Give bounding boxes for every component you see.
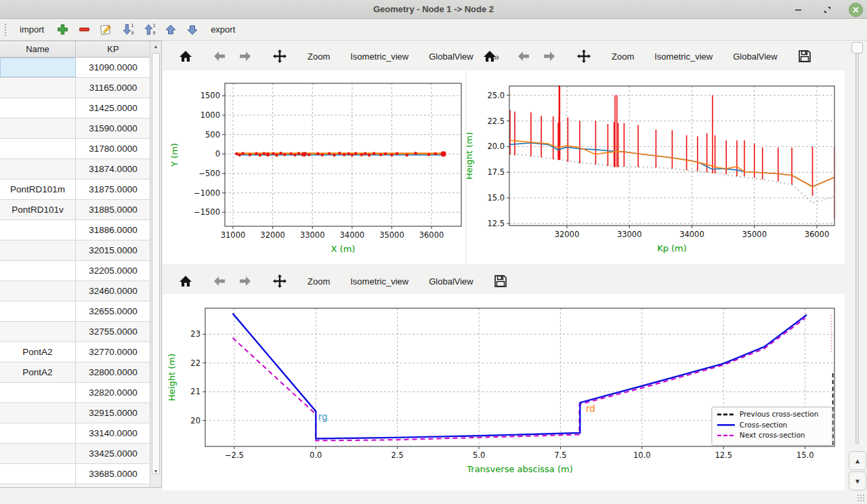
table-row[interactable]: 32460.0000 xyxy=(0,281,150,301)
cell-name[interactable] xyxy=(0,240,76,260)
home-button[interactable] xyxy=(478,47,502,65)
cell-kp[interactable]: 32770.0000 xyxy=(76,342,150,362)
pan-button[interactable] xyxy=(571,46,597,66)
table-header-name[interactable]: Name xyxy=(0,41,76,57)
cell-name[interactable]: PontRD101m xyxy=(0,180,76,199)
cell-kp[interactable]: 32800.0000 xyxy=(76,362,150,382)
table-row[interactable]: 33685.0000 xyxy=(0,464,150,484)
table-row[interactable] xyxy=(0,484,150,488)
table-scrollbar-thumb[interactable] xyxy=(152,53,160,474)
zoom-button[interactable]: Zoom xyxy=(302,274,335,289)
cell-name[interactable] xyxy=(0,220,76,240)
cell-kp[interactable]: 32015.0000 xyxy=(76,240,150,260)
table-scroll-up-icon[interactable]: ▲ xyxy=(150,41,161,51)
edit-button[interactable] xyxy=(98,22,113,37)
sort-descending-button[interactable]: 19 xyxy=(120,22,135,37)
cell-kp[interactable]: 31425.0000 xyxy=(76,98,150,118)
plan-view-figure[interactable]: 3100032000330003400035000360001500100050… xyxy=(163,70,465,264)
table-row[interactable]: 31874.0000 xyxy=(0,159,150,180)
right-scrollbar-track[interactable] xyxy=(855,42,859,444)
globalview-button[interactable]: GlobalView xyxy=(423,274,479,289)
table-row[interactable]: 32820.0000 xyxy=(0,383,150,403)
table-scroll-down-icon[interactable]: ▼ xyxy=(150,466,161,476)
cell-name[interactable] xyxy=(0,444,76,463)
table-row[interactable]: 32755.0000 xyxy=(0,322,150,342)
cell-name[interactable] xyxy=(0,139,76,159)
table-row[interactable]: PontRD101m31875.0000 xyxy=(0,180,150,200)
table-row[interactable]: 31090.0000 xyxy=(0,58,150,78)
isometric-view-button[interactable]: Isometric_view xyxy=(345,274,414,289)
cell-kp[interactable]: 33425.0000 xyxy=(76,444,150,463)
cell-kp[interactable]: 31090.0000 xyxy=(76,58,150,77)
table-row[interactable]: 32915.0000 xyxy=(0,403,150,423)
cell-name[interactable] xyxy=(0,281,76,301)
sort-ascending-button[interactable]: 19 xyxy=(142,22,156,37)
cell-kp[interactable]: 31874.0000 xyxy=(76,159,150,179)
cell-name[interactable] xyxy=(0,423,76,443)
cell-name[interactable]: PontRD101v xyxy=(0,200,76,219)
table-header-kp[interactable]: KP xyxy=(76,41,150,57)
import-button[interactable]: import xyxy=(16,22,48,37)
forward-button[interactable] xyxy=(537,48,562,64)
save-button[interactable] xyxy=(488,272,513,291)
cell-name[interactable] xyxy=(0,58,76,77)
cell-kp[interactable]: 32915.0000 xyxy=(76,403,150,423)
isometric-view-button[interactable]: Isometric_view xyxy=(345,49,414,64)
table-row[interactable]: 32205.0000 xyxy=(0,261,150,281)
cell-name[interactable] xyxy=(0,464,76,484)
globalview-button[interactable]: GlobalView xyxy=(727,49,783,64)
table-row[interactable]: 33140.0000 xyxy=(0,423,150,444)
cell-kp[interactable]: 32820.0000 xyxy=(76,383,150,402)
cell-name[interactable]: PontA2 xyxy=(0,362,76,382)
home-button[interactable] xyxy=(173,272,198,290)
table-row[interactable]: PontRD101v31885.0000 xyxy=(0,200,150,220)
pan-button[interactable] xyxy=(267,271,293,291)
profile-view-figure[interactable]: 320003300034000350003600025.022.520.017.… xyxy=(467,70,845,264)
cell-kp[interactable]: 31590.0000 xyxy=(76,119,150,138)
move-up-button[interactable] xyxy=(163,22,178,37)
zoom-button[interactable]: Zoom xyxy=(302,49,335,64)
cell-kp[interactable] xyxy=(76,484,150,488)
remove-button[interactable] xyxy=(77,22,91,37)
move-down-button[interactable] xyxy=(185,22,200,37)
cell-name[interactable] xyxy=(0,403,76,423)
cell-kp[interactable]: 32460.0000 xyxy=(76,281,150,301)
table-scrollbar[interactable]: ▲ ▼ xyxy=(150,41,161,487)
cell-name[interactable] xyxy=(0,119,76,138)
cell-name[interactable] xyxy=(0,98,76,118)
table-row[interactable]: 31165.0000 xyxy=(0,78,150,98)
restore-button[interactable] xyxy=(820,3,834,16)
minimize-button[interactable] xyxy=(792,3,805,16)
table-row[interactable]: 32655.0000 xyxy=(0,301,150,322)
table-row[interactable]: 31886.0000 xyxy=(0,220,150,240)
cell-name[interactable]: PontA2 xyxy=(0,342,76,362)
pan-button[interactable] xyxy=(267,46,293,66)
zoom-button[interactable]: Zoom xyxy=(606,49,639,64)
cell-kp[interactable]: 33685.0000 xyxy=(76,464,150,484)
scroll-up-button[interactable]: ▲ xyxy=(849,451,866,470)
table-row[interactable]: 33425.0000 xyxy=(0,444,150,464)
forward-button[interactable] xyxy=(233,48,257,64)
scroll-down-button[interactable]: ▼ xyxy=(849,471,866,490)
export-button[interactable]: export xyxy=(207,22,239,37)
cell-kp[interactable]: 32205.0000 xyxy=(76,261,150,280)
cell-kp[interactable]: 31165.0000 xyxy=(76,78,150,98)
back-button[interactable] xyxy=(207,273,232,289)
isometric-view-button[interactable]: Isometric_view xyxy=(649,49,718,64)
cell-kp[interactable]: 32755.0000 xyxy=(76,322,150,341)
back-button[interactable] xyxy=(511,48,536,64)
resize-grip[interactable] xyxy=(857,494,865,502)
cell-name[interactable] xyxy=(0,322,76,341)
table-row[interactable]: PontA232770.0000 xyxy=(0,342,150,362)
save-button[interactable] xyxy=(792,47,817,66)
home-button[interactable] xyxy=(173,47,198,65)
cell-kp[interactable]: 32655.0000 xyxy=(76,301,150,321)
cell-name[interactable] xyxy=(0,301,76,321)
cell-name[interactable] xyxy=(0,159,76,179)
cell-kp[interactable]: 31875.0000 xyxy=(76,180,150,199)
add-button[interactable] xyxy=(55,22,70,37)
table-row[interactable]: 31780.0000 xyxy=(0,139,150,159)
cell-kp[interactable]: 31885.0000 xyxy=(76,200,150,219)
table-row[interactable]: 31590.0000 xyxy=(0,119,150,139)
table-row[interactable]: 32015.0000 xyxy=(0,240,150,261)
